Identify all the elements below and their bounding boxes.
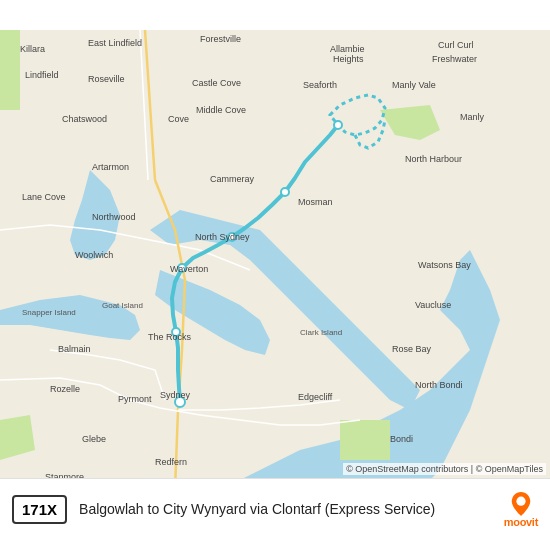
svg-text:Waverton: Waverton	[170, 264, 208, 274]
svg-text:Lane Cove: Lane Cove	[22, 192, 66, 202]
svg-text:North Bondi: North Bondi	[415, 380, 463, 390]
svg-rect-2	[340, 420, 390, 460]
map-attribution: © OpenStreetMap contributors | © OpenMap…	[343, 463, 546, 475]
svg-text:Cammeray: Cammeray	[210, 174, 255, 184]
svg-text:East Lindfield: East Lindfield	[88, 38, 142, 48]
svg-text:Edgecliff: Edgecliff	[298, 392, 333, 402]
svg-text:Redfern: Redfern	[155, 457, 187, 467]
svg-text:Forestville: Forestville	[200, 34, 241, 44]
svg-text:Middle Cove: Middle Cove	[196, 105, 246, 115]
moovit-text: moovit	[504, 516, 538, 528]
svg-text:Balmain: Balmain	[58, 344, 91, 354]
map-container: Killara East Lindfield Forestville Allam…	[0, 0, 550, 540]
svg-text:Chatswood: Chatswood	[62, 114, 107, 124]
svg-text:Snapper Island: Snapper Island	[22, 308, 76, 317]
svg-text:Freshwater: Freshwater	[432, 54, 477, 64]
svg-point-53	[516, 496, 525, 505]
svg-text:Woolwich: Woolwich	[75, 250, 113, 260]
moovit-logo: moovit	[504, 492, 538, 528]
svg-text:Cove: Cove	[168, 114, 189, 124]
svg-text:Clark Island: Clark Island	[300, 328, 342, 337]
svg-text:Lindfield: Lindfield	[25, 70, 59, 80]
svg-text:Pyrmont: Pyrmont	[118, 394, 152, 404]
svg-text:Heights: Heights	[333, 54, 364, 64]
svg-text:Castle Cove: Castle Cove	[192, 78, 241, 88]
svg-text:Bondi: Bondi	[390, 434, 413, 444]
svg-text:North Sydney: North Sydney	[195, 232, 250, 242]
svg-text:Artarmon: Artarmon	[92, 162, 129, 172]
svg-text:Rozelle: Rozelle	[50, 384, 80, 394]
svg-text:Killara: Killara	[20, 44, 45, 54]
svg-text:Allambie: Allambie	[330, 44, 365, 54]
svg-point-5	[334, 121, 342, 129]
svg-text:Seaforth: Seaforth	[303, 80, 337, 90]
svg-text:Watsons Bay: Watsons Bay	[418, 260, 471, 270]
svg-text:Vaucluse: Vaucluse	[415, 300, 451, 310]
svg-text:Curl Curl: Curl Curl	[438, 40, 474, 50]
svg-text:Rose Bay: Rose Bay	[392, 344, 432, 354]
svg-text:Glebe: Glebe	[82, 434, 106, 444]
route-badge: 171X	[12, 495, 67, 524]
route-description: Balgowlah to City Wynyard via Clontarf (…	[79, 500, 494, 518]
svg-point-6	[281, 188, 289, 196]
svg-text:Northwood: Northwood	[92, 212, 136, 222]
bottom-bar: 171X Balgowlah to City Wynyard via Clont…	[0, 478, 550, 540]
svg-text:The Rocks: The Rocks	[148, 332, 192, 342]
svg-rect-1	[0, 30, 20, 110]
svg-text:Goat Island: Goat Island	[102, 301, 143, 310]
svg-text:Sydney: Sydney	[160, 390, 191, 400]
svg-text:Mosman: Mosman	[298, 197, 333, 207]
svg-text:North Harbour: North Harbour	[405, 154, 462, 164]
svg-text:Manly Vale: Manly Vale	[392, 80, 436, 90]
svg-text:Roseville: Roseville	[88, 74, 125, 84]
svg-text:Manly: Manly	[460, 112, 485, 122]
